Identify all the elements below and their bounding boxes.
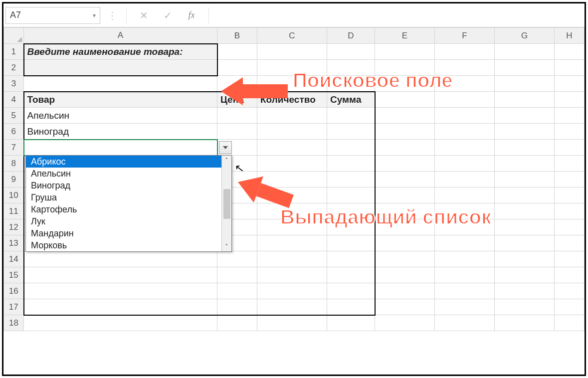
cell-H9[interactable] (555, 172, 585, 188)
cell-E4[interactable] (375, 92, 435, 108)
cell-A6[interactable]: Виноград (24, 124, 217, 140)
col-header-A[interactable]: A (24, 28, 217, 44)
scroll-up-icon[interactable]: ˄ (225, 157, 228, 164)
cell-E9[interactable] (375, 172, 435, 188)
select-all-corner[interactable] (4, 28, 24, 44)
cell-C15[interactable] (257, 267, 327, 283)
cell-E1[interactable] (375, 44, 435, 60)
cell-A15[interactable] (24, 267, 217, 283)
row-header-5[interactable]: 5 (4, 108, 24, 124)
dropdown-item[interactable]: Груша (26, 191, 231, 203)
cell-G15[interactable] (495, 267, 555, 283)
dropdown-item[interactable]: Морковь (26, 239, 231, 251)
cell-G12[interactable] (495, 219, 555, 235)
cell-A5[interactable]: Апельсин (24, 108, 217, 124)
dropdown-item[interactable]: Картофель (26, 203, 231, 215)
row-header-14[interactable]: 14 (4, 251, 24, 267)
cell-E18[interactable] (375, 315, 435, 331)
cell-D17[interactable] (327, 299, 375, 315)
row-header-8[interactable]: 8 (4, 156, 24, 172)
cell-H17[interactable] (555, 299, 585, 315)
cell-G11[interactable] (495, 203, 555, 219)
cell-C14[interactable] (257, 251, 327, 267)
cell-A14[interactable] (24, 251, 217, 267)
cell-H6[interactable] (555, 124, 585, 140)
cell-A18[interactable] (24, 315, 217, 331)
cell-F17[interactable] (435, 299, 495, 315)
cell-H2[interactable] (555, 60, 585, 76)
cell-D10[interactable] (327, 188, 375, 203)
cell-A4[interactable]: Товар (24, 92, 217, 108)
cell-C7[interactable] (257, 140, 327, 156)
cell-C5[interactable] (257, 108, 327, 124)
cell-A7[interactable] (24, 140, 217, 156)
cell-E5[interactable] (375, 108, 435, 124)
scroll-thumb[interactable] (223, 189, 230, 219)
cell-D5[interactable] (327, 108, 375, 124)
row-header-9[interactable]: 9 (4, 172, 24, 188)
cell-F10[interactable] (435, 188, 495, 203)
cell-G1[interactable] (495, 44, 555, 60)
cell-C8[interactable] (257, 156, 327, 172)
cell-H15[interactable] (555, 267, 585, 283)
cell-C16[interactable] (257, 283, 327, 299)
cell-B18[interactable] (217, 315, 257, 331)
row-header-1[interactable]: 1 (4, 44, 24, 60)
cell-A1[interactable]: Введите наименование товара: (24, 44, 217, 60)
cell-G3[interactable] (495, 76, 555, 92)
cell-H16[interactable] (555, 283, 585, 299)
cell-F1[interactable] (435, 44, 495, 60)
cell-G9[interactable] (495, 172, 555, 188)
cell-G17[interactable] (495, 299, 555, 315)
cell-H5[interactable] (555, 108, 585, 124)
dropdown-list[interactable]: Абрикос Апельсин Виноград Груша Картофел… (25, 155, 232, 252)
scroll-down-icon[interactable]: ˅ (225, 243, 228, 250)
cell-G10[interactable] (495, 188, 555, 203)
cell-D4[interactable]: Сумма (327, 92, 375, 108)
row-header-12[interactable]: 12 (4, 219, 24, 235)
cell-E16[interactable] (375, 283, 435, 299)
cell-A2[interactable] (24, 60, 217, 76)
cell-F7[interactable] (435, 140, 495, 156)
row-header-13[interactable]: 13 (4, 235, 24, 251)
cell-F6[interactable] (435, 124, 495, 140)
col-header-E[interactable]: E (375, 28, 435, 44)
cell-H4[interactable] (555, 92, 585, 108)
cell-G14[interactable] (495, 251, 555, 267)
cell-D16[interactable] (327, 283, 375, 299)
cell-E13[interactable] (375, 235, 435, 251)
cell-E6[interactable] (375, 124, 435, 140)
cell-G18[interactable] (495, 315, 555, 331)
cell-G13[interactable] (495, 235, 555, 251)
cell-G6[interactable] (495, 124, 555, 140)
cell-E17[interactable] (375, 299, 435, 315)
cell-F13[interactable] (435, 235, 495, 251)
cell-B17[interactable] (217, 299, 257, 315)
cell-H10[interactable] (555, 188, 585, 203)
cell-H7[interactable] (555, 140, 585, 156)
cell-G16[interactable] (495, 283, 555, 299)
cell-D15[interactable] (327, 267, 375, 283)
cell-H3[interactable] (555, 76, 585, 92)
cell-D9[interactable] (327, 172, 375, 188)
cell-B6[interactable] (217, 124, 257, 140)
cell-D8[interactable] (327, 156, 375, 172)
cell-G7[interactable] (495, 140, 555, 156)
cell-C17[interactable] (257, 299, 327, 315)
cell-F9[interactable] (435, 172, 495, 188)
cell-F5[interactable] (435, 108, 495, 124)
row-header-6[interactable]: 6 (4, 124, 24, 140)
cell-B5[interactable] (217, 108, 257, 124)
row-header-18[interactable]: 18 (4, 315, 24, 331)
dropdown-item[interactable]: Виноград (26, 180, 231, 191)
row-header-3[interactable]: 3 (4, 76, 24, 92)
cell-B15[interactable] (217, 267, 257, 283)
cell-C1[interactable] (257, 44, 327, 60)
cell-H13[interactable] (555, 235, 585, 251)
cell-D13[interactable] (327, 235, 375, 251)
row-header-10[interactable]: 10 (4, 188, 24, 203)
cell-H12[interactable] (555, 219, 585, 235)
cell-D6[interactable] (327, 124, 375, 140)
fx-button[interactable]: fx (182, 7, 201, 24)
cell-D18[interactable] (327, 315, 375, 331)
